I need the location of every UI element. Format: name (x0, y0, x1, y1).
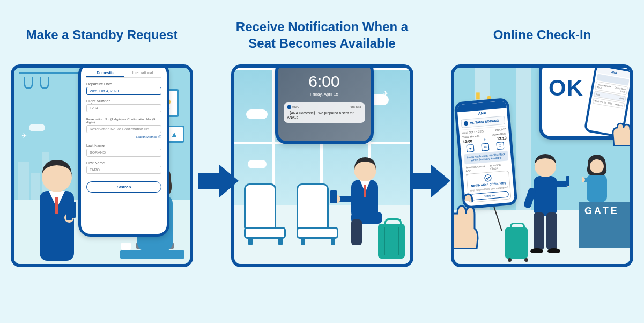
last-name-label: Last Name (86, 144, 161, 148)
gate-desk: GATE (579, 202, 630, 248)
flight-icon[interactable]: ✈ (466, 144, 474, 152)
plane-icon: ✈ (382, 89, 389, 98)
hand-icon (451, 190, 480, 249)
step3-title: Online Check-In (493, 16, 591, 54)
passenger-name: Mr. TARO SORANO (470, 119, 499, 125)
tab-domestic[interactable]: Domestic (86, 69, 124, 77)
arrow-right-icon (198, 161, 239, 201)
search-method-link[interactable]: Search Method ⓘ (86, 135, 161, 140)
notif-time: 6m ago (350, 105, 361, 109)
step2-lockscreen: 6:00 Friday, April 15 ANA 6m ago 【ANA Do… (275, 64, 374, 144)
svg-rect-36 (546, 212, 557, 250)
svg-rect-23 (330, 190, 337, 203)
arrow-right-icon (410, 161, 450, 201)
search-button[interactable]: Search (86, 181, 161, 193)
ok-bubble: OK ANA Tokyo HanedaOsaka Itami 12:0013:1… (539, 64, 633, 140)
step-1: Make a Standby Request ✈ ▲ (11, 16, 193, 267)
step1-phone-form: Domestic International Departure Date We… (78, 64, 169, 237)
notif-app: ANA (287, 105, 299, 109)
step-3: Online Check-In GATE (451, 16, 633, 267)
notification-card[interactable]: ANA 6m ago 【ANA Domestic】 We prepared a … (284, 102, 365, 123)
person-seated-icon (323, 149, 388, 245)
sparkle-icon: ▮ (476, 90, 480, 100)
ok-label: OK (549, 75, 583, 101)
step3-app-phone: ANA Mr. TARO SORANO Wed, Oct 12, 2022 AN… (451, 100, 515, 245)
step2-scene: ✈ (231, 64, 413, 267)
svg-rect-10 (66, 202, 76, 218)
last-name-field[interactable]: SORANO (86, 149, 161, 157)
flight-number-label: Flight Number (86, 99, 161, 103)
svg-point-44 (485, 174, 492, 181)
step1-title: Make a Standby Request (26, 16, 178, 54)
step-2: Receive Notification When a Seat Becomes… (231, 16, 413, 267)
person-commuter-icon (30, 138, 84, 264)
tab-international[interactable]: International (124, 69, 161, 77)
swap-icon[interactable]: ⇄ (481, 143, 489, 151)
step2-title: Receive Notification When a Seat Becomes… (231, 16, 413, 54)
svg-rect-42 (566, 176, 569, 186)
svg-rect-19 (351, 219, 362, 245)
dep-date-field[interactable]: Wed, Oct 4, 2023 (86, 87, 161, 95)
clock-icon[interactable]: ⏱ (496, 142, 504, 150)
notif-body: 【ANA Domestic】 We prepared a seat for AN… (287, 111, 361, 120)
flight-number-field[interactable]: 1234 (86, 104, 161, 112)
lock-date: Friday, April 15 (278, 92, 371, 97)
dep-date-label: Departure Date (86, 82, 161, 86)
hand-icon (611, 119, 633, 146)
step3-scene: GATE (451, 64, 633, 267)
gate-agent-icon (582, 149, 611, 202)
svg-rect-34 (534, 176, 557, 216)
res-label: Reservation No. (4 digits) or Confirmati… (86, 118, 161, 124)
svg-rect-6 (55, 197, 58, 214)
svg-rect-35 (534, 212, 544, 250)
person-traveler-icon (524, 146, 569, 253)
first-name-field[interactable]: TARO (86, 166, 161, 174)
plane-icon: ✈ (21, 132, 27, 140)
svg-point-31 (590, 159, 604, 173)
lock-time: 6:00 (278, 72, 371, 91)
res-field[interactable]: Reservation No. or Confirmation No. (86, 125, 161, 133)
first-name-label: First Name (86, 161, 161, 165)
svg-rect-17 (364, 185, 366, 197)
step1-scene: ✈ ▲ (11, 64, 193, 267)
